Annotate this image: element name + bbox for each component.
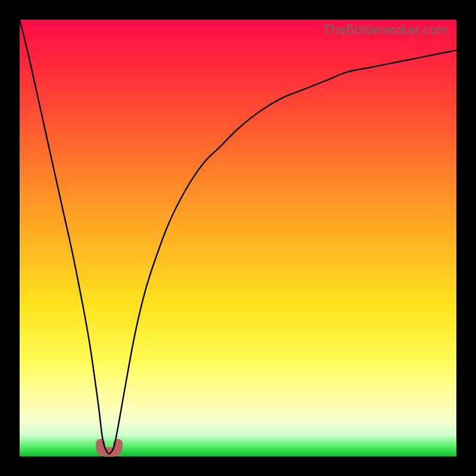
- trough-marker: [101, 444, 118, 452]
- plot-area: TheBottlenecker.com: [20, 20, 456, 456]
- curve-layer: [20, 20, 456, 456]
- chart-root: TheBottlenecker.com: [0, 0, 476, 476]
- bottleneck-curve: [20, 20, 456, 454]
